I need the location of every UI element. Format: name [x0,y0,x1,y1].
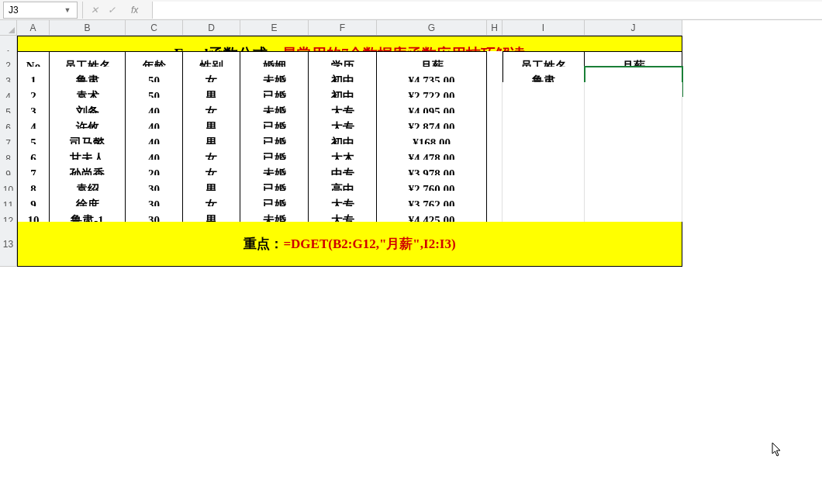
formula-buttons: ✕ ✓ fx [82,2,153,19]
col-header-D[interactable]: D [183,20,240,36]
footer-cell: 重点：=DGET(B2:G12,"月薪",I2:I3) [17,222,682,267]
name-box[interactable]: J3 ▼ [3,2,78,19]
col-header-J[interactable]: J [585,20,682,36]
select-all-corner[interactable] [0,20,17,36]
col-header-I[interactable]: I [503,20,585,36]
footer-black: 重点： [243,236,283,251]
col-header-F[interactable]: F [309,20,377,36]
col-header-G[interactable]: G [377,20,487,36]
col-header-B[interactable]: B [50,20,126,36]
row-header-13[interactable]: 13 [0,222,17,267]
fx-label[interactable]: fx [125,5,144,16]
col-header-H[interactable]: H [487,20,503,36]
confirm-icon[interactable]: ✓ [108,5,116,16]
formula-bar: J3 ▼ ✕ ✓ fx [0,0,822,20]
name-box-dropdown-icon[interactable]: ▼ [63,6,72,14]
col-header-A[interactable]: A [17,20,50,36]
name-box-value: J3 [9,5,63,16]
cancel-icon[interactable]: ✕ [91,5,98,16]
col-header-C[interactable]: C [126,20,183,36]
formula-input[interactable] [153,2,822,19]
spreadsheet-grid: ABCDEFGHIJ1Excel函数公式：最常用的7个数据库函数应用技巧解读2N… [0,20,822,237]
mouse-cursor-icon [772,442,782,457]
footer-red: =DGET(B2:G12,"月薪",I2:I3) [283,236,455,251]
col-header-E[interactable]: E [240,20,309,36]
